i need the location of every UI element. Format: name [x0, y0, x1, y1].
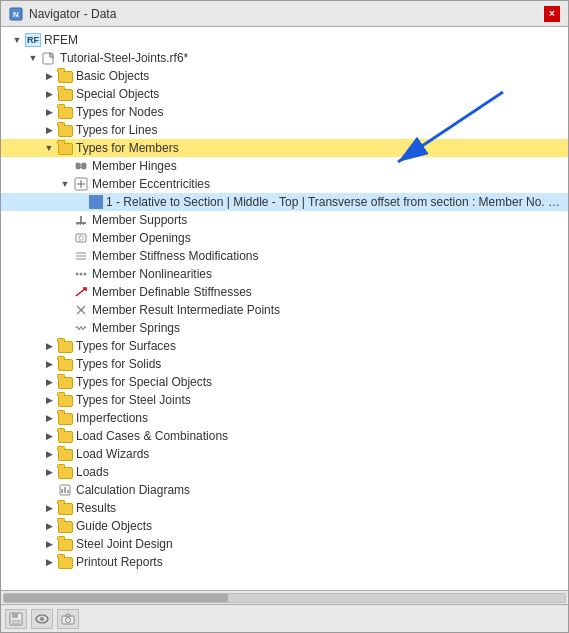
- sidebar-item-results[interactable]: Results: [1, 499, 568, 517]
- calc-diagrams-icon: [57, 482, 73, 498]
- svg-point-21: [80, 273, 83, 276]
- types-special-expander[interactable]: [41, 374, 57, 390]
- sidebar-item-member-openings[interactable]: Member Openings: [1, 229, 568, 247]
- member-supports-label: Member Supports: [92, 211, 187, 229]
- sidebar-item-types-surfaces[interactable]: Types for Surfaces: [1, 337, 568, 355]
- imperfections-label: Imperfections: [76, 409, 148, 427]
- eccentricity-item-1[interactable]: 1 - Relative to Section | Middle - Top |…: [1, 193, 568, 211]
- loads-label: Loads: [76, 463, 109, 481]
- camera-statusbar-button[interactable]: [57, 609, 79, 629]
- sidebar-item-load-cases[interactable]: Load Cases & Combinations: [1, 427, 568, 445]
- scrollbar-thumb[interactable]: [4, 594, 228, 602]
- svg-marker-39: [65, 614, 71, 616]
- printout-expander[interactable]: [41, 554, 57, 570]
- horizontal-scrollbar[interactable]: [3, 593, 566, 603]
- types-surfaces-folder-icon: [57, 338, 73, 354]
- types-members-folder-icon: [57, 140, 73, 156]
- special-objects-label: Special Objects: [76, 85, 159, 103]
- rfem-expander[interactable]: [9, 32, 25, 48]
- file-icon: [41, 50, 57, 66]
- sidebar-item-loads[interactable]: Loads: [1, 463, 568, 481]
- types-surfaces-label: Types for Surfaces: [76, 337, 176, 355]
- ecc1-expander: [73, 194, 89, 210]
- imperfections-expander[interactable]: [41, 410, 57, 426]
- sidebar-item-types-members[interactable]: Types for Members: [1, 139, 568, 157]
- types-surfaces-expander[interactable]: [41, 338, 57, 354]
- calc-diagrams-expander: [41, 482, 57, 498]
- types-members-expander[interactable]: [41, 140, 57, 156]
- sidebar-item-imperfections[interactable]: Imperfections: [1, 409, 568, 427]
- member-eccentricities-icon: [73, 176, 89, 192]
- sidebar-item-member-result[interactable]: Member Result Intermediate Points: [1, 301, 568, 319]
- sidebar-item-types-steel[interactable]: Types for Steel Joints: [1, 391, 568, 409]
- special-objects-expander[interactable]: [41, 86, 57, 102]
- types-lines-folder-icon: [57, 122, 73, 138]
- types-special-label: Types for Special Objects: [76, 373, 212, 391]
- types-nodes-expander[interactable]: [41, 104, 57, 120]
- view-statusbar-button[interactable]: [31, 609, 53, 629]
- types-members-label: Types for Members: [76, 139, 179, 157]
- tree-root-rfem[interactable]: RF RFEM: [1, 31, 568, 49]
- svg-line-23: [76, 288, 86, 296]
- sidebar-item-member-hinges[interactable]: Member Hinges: [1, 157, 568, 175]
- steel-joint-folder-icon: [57, 536, 73, 552]
- file-expander[interactable]: [25, 50, 41, 66]
- results-expander[interactable]: [41, 500, 57, 516]
- member-openings-icon: [73, 230, 89, 246]
- basic-objects-expander[interactable]: [41, 68, 57, 84]
- member-eccentricities-label: Member Eccentricities: [92, 175, 210, 193]
- guide-objects-expander[interactable]: [41, 518, 57, 534]
- sidebar-item-member-stiffness[interactable]: Member Stiffness Modifications: [1, 247, 568, 265]
- sidebar-item-member-springs[interactable]: Member Springs: [1, 319, 568, 337]
- member-eccentricities-expander[interactable]: [57, 176, 73, 192]
- app-icon: N: [9, 7, 23, 21]
- sidebar-item-member-supports[interactable]: Member Supports: [1, 211, 568, 229]
- sidebar-item-calculation-diagrams[interactable]: Calculation Diagrams: [1, 481, 568, 499]
- save-statusbar-button[interactable]: [5, 609, 27, 629]
- tree-file[interactable]: Tutorial-Steel-Joints.rf6*: [1, 49, 568, 67]
- svg-point-36: [40, 617, 44, 621]
- sidebar-item-load-wizards[interactable]: Load Wizards: [1, 445, 568, 463]
- types-solids-label: Types for Solids: [76, 355, 161, 373]
- sidebar-item-printout-reports[interactable]: Printout Reports: [1, 553, 568, 571]
- sidebar-item-types-special[interactable]: Types for Special Objects: [1, 373, 568, 391]
- types-lines-expander[interactable]: [41, 122, 57, 138]
- sidebar-item-types-lines[interactable]: Types for Lines: [1, 121, 568, 139]
- types-solids-expander[interactable]: [41, 356, 57, 372]
- load-cases-expander[interactable]: [41, 428, 57, 444]
- tree-area[interactable]: RF RFEM Tutorial-Steel-Joints.rf6* Basic…: [1, 27, 568, 590]
- sidebar-item-member-eccentricities[interactable]: Member Eccentricities: [1, 175, 568, 193]
- close-button[interactable]: ×: [544, 6, 560, 22]
- svg-rect-34: [12, 620, 20, 624]
- member-hinges-expander: [57, 158, 73, 174]
- member-supports-icon: [73, 212, 89, 228]
- member-result-expander: [57, 302, 73, 318]
- horizontal-scrollbar-area[interactable]: [1, 590, 568, 604]
- rfem-icon: RF: [25, 32, 41, 48]
- types-nodes-folder-icon: [57, 104, 73, 120]
- types-steel-expander[interactable]: [41, 392, 57, 408]
- member-result-label: Member Result Intermediate Points: [92, 301, 280, 319]
- member-springs-label: Member Springs: [92, 319, 180, 337]
- sidebar-item-member-nonlinearities[interactable]: Member Nonlinearities: [1, 265, 568, 283]
- sidebar-item-basic-objects[interactable]: Basic Objects: [1, 67, 568, 85]
- loads-expander[interactable]: [41, 464, 57, 480]
- types-steel-folder-icon: [57, 392, 73, 408]
- member-openings-expander: [57, 230, 73, 246]
- sidebar-item-types-solids[interactable]: Types for Solids: [1, 355, 568, 373]
- member-hinges-label: Member Hinges: [92, 157, 177, 175]
- steel-joint-label: Steel Joint Design: [76, 535, 173, 553]
- sidebar-item-types-nodes[interactable]: Types for Nodes: [1, 103, 568, 121]
- member-result-icon: [73, 302, 89, 318]
- member-definable-expander: [57, 284, 73, 300]
- sidebar-item-special-objects[interactable]: Special Objects: [1, 85, 568, 103]
- sidebar-item-guide-objects[interactable]: Guide Objects: [1, 517, 568, 535]
- svg-rect-33: [12, 613, 18, 618]
- load-wizards-expander[interactable]: [41, 446, 57, 462]
- ecc1-icon: [89, 195, 103, 209]
- steel-joint-expander[interactable]: [41, 536, 57, 552]
- sidebar-item-member-definable[interactable]: Member Definable Stiffnesses: [1, 283, 568, 301]
- sidebar-item-steel-joint-design[interactable]: Steel Joint Design: [1, 535, 568, 553]
- member-stiffness-icon: [73, 248, 89, 264]
- member-nonlinearities-expander: [57, 266, 73, 282]
